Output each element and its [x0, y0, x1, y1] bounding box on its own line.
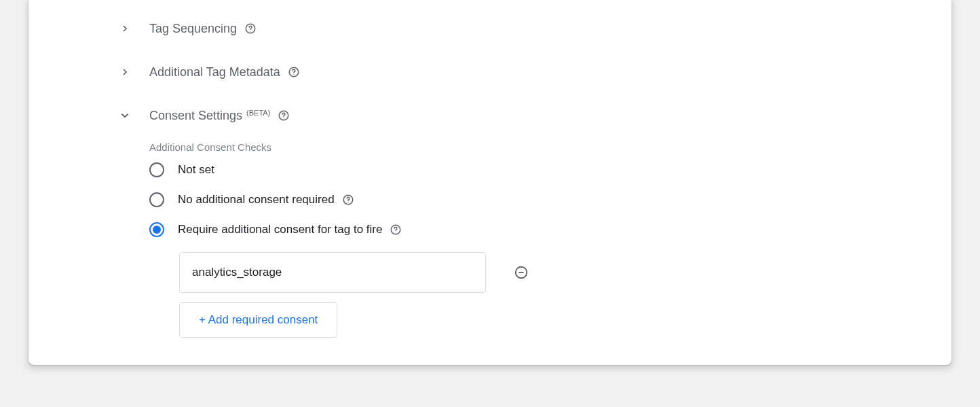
chevron-right-icon[interactable]	[117, 64, 133, 80]
remove-consent-icon[interactable]	[513, 264, 529, 281]
radio-no-additional[interactable]	[149, 192, 164, 207]
settings-card: Tag Sequencing Additional Tag Metadata C…	[29, 0, 951, 365]
radio-not-set[interactable]	[149, 162, 164, 177]
beta-badge: (BETA)	[246, 109, 270, 117]
section-title-text: Consent Settings	[149, 109, 242, 123]
add-required-consent-button[interactable]: + Add required consent	[179, 302, 337, 338]
svg-point-5	[284, 118, 284, 118]
section-title: Consent Settings (BETA)	[149, 109, 270, 123]
svg-point-1	[250, 31, 251, 31]
help-icon[interactable]	[341, 193, 355, 207]
chevron-down-icon[interactable]	[117, 107, 133, 124]
radio-row-not-set[interactable]: Not set	[149, 162, 951, 177]
svg-point-3	[293, 74, 294, 75]
section-title: Additional Tag Metadata	[149, 65, 280, 79]
radio-require-additional[interactable]	[149, 222, 164, 237]
radio-row-require-additional[interactable]: Require additional consent for tag to fi…	[149, 222, 951, 237]
section-consent-settings[interactable]: Consent Settings (BETA)	[117, 94, 951, 137]
svg-point-7	[347, 202, 348, 202]
add-button-label: + Add required consent	[199, 313, 318, 327]
help-icon[interactable]	[277, 109, 290, 122]
radio-label: Require additional consent for tag to fi…	[178, 223, 382, 236]
section-tag-sequencing[interactable]: Tag Sequencing	[117, 7, 951, 50]
consent-input-row	[179, 252, 951, 293]
consent-type-input[interactable]	[179, 252, 486, 293]
radio-row-no-additional[interactable]: No additional consent required	[149, 192, 951, 207]
svg-point-9	[396, 232, 396, 232]
section-additional-metadata[interactable]: Additional Tag Metadata	[117, 50, 951, 94]
radio-label: No additional consent required	[178, 193, 335, 207]
help-icon[interactable]	[287, 65, 301, 79]
consent-settings-body: Additional Consent Checks Not set No add…	[149, 141, 951, 338]
chevron-right-icon[interactable]	[117, 20, 133, 37]
radio-label: Not set	[178, 163, 214, 177]
help-icon[interactable]	[389, 223, 402, 236]
help-icon[interactable]	[244, 22, 257, 35]
consent-subheader: Additional Consent Checks	[149, 141, 951, 153]
section-title: Tag Sequencing	[149, 22, 237, 36]
